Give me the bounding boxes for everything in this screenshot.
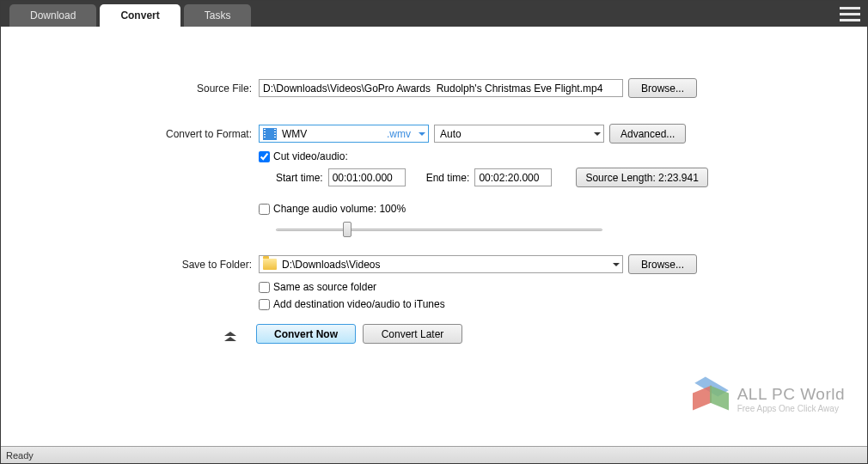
cube-icon — [693, 382, 729, 415]
cut-video-checkbox[interactable] — [259, 151, 270, 162]
format-ext: .wmv — [387, 128, 411, 140]
film-icon — [263, 128, 277, 140]
end-time-label: End time: — [426, 172, 470, 184]
status-bar: Ready — [1, 446, 867, 463]
start-time-input[interactable] — [328, 168, 406, 186]
quality-dropdown[interactable]: Auto — [434, 125, 604, 143]
tab-download[interactable]: Download — [9, 4, 96, 27]
convert-panel: Source File: Browse... Convert to Format… — [1, 27, 867, 446]
browse-source-button[interactable]: Browse... — [628, 78, 697, 98]
change-volume-label: Change audio volume: 100% — [273, 203, 406, 215]
watermark-subtitle: Free Apps One Click Away — [737, 404, 845, 413]
save-folder-dropdown[interactable]: D:\Downloads\Videos — [259, 255, 623, 273]
watermark: ALL PC World Free Apps One Click Away — [693, 382, 845, 415]
format-name: WMV — [282, 128, 307, 140]
chevron-down-icon — [594, 132, 601, 136]
save-folder-path: D:\Downloads\Videos — [282, 259, 381, 271]
chevron-down-icon — [613, 263, 620, 266]
source-file-label: Source File: — [1, 82, 259, 95]
advanced-button[interactable]: Advanced... — [609, 124, 686, 143]
convert-later-button[interactable]: Convert Later — [363, 324, 462, 344]
convert-format-label: Convert to Format: — [1, 128, 259, 140]
format-dropdown[interactable]: WMV .wmv — [259, 125, 429, 143]
start-time-label: Start time: — [276, 172, 323, 184]
add-itunes-label: Add destination video/audio to iTunes — [273, 298, 445, 310]
collapse-chevron-icon[interactable] — [220, 326, 241, 343]
watermark-title: ALL PC World — [737, 385, 845, 404]
end-time-input[interactable] — [474, 168, 552, 186]
tab-tasks[interactable]: Tasks — [184, 4, 252, 27]
cut-video-label: Cut video/audio: — [273, 150, 348, 162]
convert-now-button[interactable]: Convert Now — [256, 324, 356, 344]
source-file-input[interactable] — [259, 79, 623, 97]
folder-icon — [263, 259, 277, 270]
same-as-source-label: Same as source folder — [273, 281, 376, 293]
status-text: Ready — [6, 450, 34, 461]
same-as-source-checkbox[interactable] — [259, 282, 270, 293]
chevron-down-icon — [419, 132, 425, 136]
volume-slider[interactable] — [276, 220, 602, 239]
source-length-button[interactable]: Source Length: 2:23.941 — [576, 168, 707, 187]
save-folder-label: Save to Folder: — [1, 259, 259, 271]
browse-folder-button[interactable]: Browse... — [628, 254, 697, 274]
quality-value: Auto — [440, 128, 462, 140]
add-itunes-checkbox[interactable] — [259, 299, 270, 310]
change-volume-checkbox[interactable] — [259, 204, 270, 215]
tab-convert[interactable]: Convert — [100, 4, 180, 27]
tab-bar: Download Convert Tasks — [1, 1, 867, 27]
slider-thumb[interactable] — [343, 222, 351, 237]
menu-icon[interactable] — [840, 4, 860, 23]
